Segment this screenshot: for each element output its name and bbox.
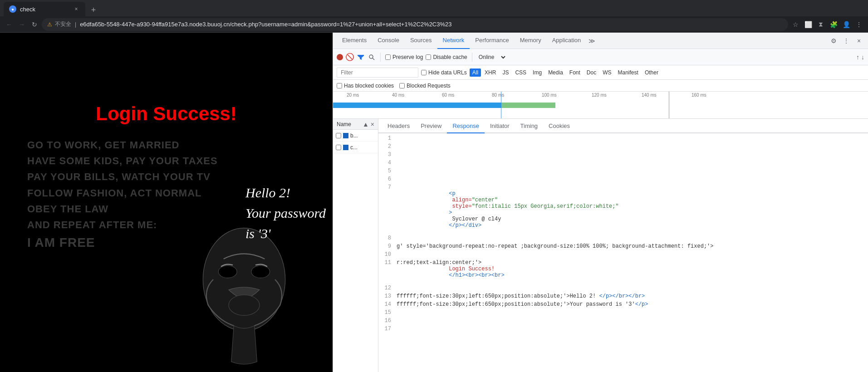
code-line-11: 11 r:red;text-align:center;'> Login Succ…	[378, 259, 868, 285]
code-line-7: 7 <p align="center" style="font:italic 1…	[378, 184, 868, 235]
filter-font[interactable]: Font	[567, 69, 583, 77]
has-blocked-cookies-input[interactable]	[337, 83, 342, 88]
text-7: Syclover @ cl4y	[449, 216, 501, 222]
tab-favicon: ●	[9, 5, 16, 13]
tick-100ms: 100 ms	[542, 93, 557, 98]
line-content-8	[395, 235, 868, 243]
search-button[interactable]	[368, 53, 376, 61]
line-num-3: 3	[378, 152, 395, 160]
filter-input[interactable]	[337, 68, 418, 78]
svg-point-3	[229, 295, 260, 315]
line-content-10	[395, 251, 868, 259]
network-toolbar: 🚫 Preserve log Disable cache	[333, 49, 868, 65]
throttling-select[interactable]: Online Fast 3G Slow 3G Offline	[477, 54, 507, 61]
tick-140ms: 140 ms	[642, 93, 657, 98]
active-tab[interactable]: ● check ×	[4, 2, 85, 16]
request-row-c[interactable]: c...	[333, 142, 378, 153]
back-button[interactable]: ←	[4, 19, 15, 30]
devtools-toolbar: ⚙ ⋮ ×	[828, 35, 864, 46]
devtools-settings-button[interactable]: ⚙	[828, 35, 839, 46]
response-content[interactable]: 1 2 3 4	[378, 133, 868, 372]
filter-doc[interactable]: Doc	[584, 69, 599, 77]
tab-elements[interactable]: Elements	[337, 33, 372, 49]
detail-tab-initiator[interactable]: Initiator	[485, 119, 515, 133]
line-num-16: 16	[378, 318, 395, 326]
detail-tab-preview[interactable]: Preview	[415, 119, 447, 133]
tick-40ms: 40 ms	[392, 93, 404, 98]
tick-80ms: 80 ms	[492, 93, 504, 98]
filter-css[interactable]: CSS	[512, 69, 529, 77]
close-tag-7: </p></div>	[449, 222, 481, 229]
background-text: GO TO WORK, GET MARRIED HAVE SOME KIDS, …	[27, 137, 218, 253]
name-column-sort-icon[interactable]: ▲	[363, 121, 369, 128]
filter-ws[interactable]: WS	[600, 69, 614, 77]
close-detail-button[interactable]: ×	[371, 121, 374, 128]
preserve-log-input[interactable]	[385, 54, 391, 60]
cast-icon[interactable]: ⬜	[803, 19, 814, 30]
record-button[interactable]	[337, 54, 343, 60]
filter-img[interactable]: Img	[530, 69, 544, 77]
filter-js[interactable]: JS	[500, 69, 511, 77]
download-icon[interactable]: ↓	[861, 54, 864, 61]
filter-media[interactable]: Media	[545, 69, 566, 77]
request-c-checkbox[interactable]	[336, 145, 341, 150]
disable-cache-checkbox[interactable]: Disable cache	[426, 54, 467, 60]
filter-button[interactable]	[357, 53, 365, 61]
tab-console[interactable]: Console	[372, 33, 405, 49]
new-tab-button[interactable]: +	[87, 4, 100, 16]
url-separator: |	[75, 21, 76, 28]
attr-val-align-7: "center"	[472, 197, 498, 203]
password-line: Your password	[245, 203, 326, 223]
detail-tab-timing[interactable]: Timing	[515, 119, 544, 133]
filter-bar: Hide data URLs All XHR JS CSS Img Media …	[333, 65, 868, 80]
omnibox[interactable]: ⚠ 不安全 | e6dfa65b-5548-447e-a930-94ffa915…	[42, 18, 788, 31]
code-line-15: 15	[378, 309, 868, 318]
preserve-log-checkbox[interactable]: Preserve log	[385, 54, 423, 60]
tab-sources[interactable]: Sources	[405, 33, 437, 49]
reload-button[interactable]: ↻	[29, 19, 40, 30]
has-blocked-cookies-checkbox[interactable]: Has blocked cookies	[337, 83, 394, 89]
tab-memory[interactable]: Memory	[515, 33, 547, 49]
disable-cache-input[interactable]	[426, 54, 431, 60]
tab-application[interactable]: Application	[547, 33, 587, 49]
extension-icon[interactable]: 🧩	[828, 19, 839, 30]
settings-icon[interactable]: ⋮	[853, 19, 864, 30]
tab-network[interactable]: Network	[437, 33, 470, 49]
filter-all[interactable]: All	[470, 69, 481, 77]
detail-tab-headers[interactable]: Headers	[382, 119, 415, 133]
timeline-area[interactable]: 20 ms 40 ms 60 ms 80 ms 100 ms 120 ms 14…	[333, 92, 868, 119]
detail-tab-response[interactable]: Response	[447, 119, 485, 133]
line-num-2: 2	[378, 143, 395, 152]
detail-tab-cookies[interactable]: Cookies	[543, 119, 575, 133]
more-tabs-button[interactable]: ≫	[586, 35, 597, 46]
tab-performance[interactable]: Performance	[470, 33, 514, 49]
line-content-9: g' style='background-repeat:no-repeat ;b…	[395, 243, 868, 251]
hide-data-urls-input[interactable]	[421, 70, 427, 75]
upload-icon[interactable]: ↑	[856, 54, 859, 61]
request-b-checkbox[interactable]	[336, 133, 341, 138]
blocked-requests-input[interactable]	[399, 83, 405, 88]
history-icon[interactable]: ⧗	[815, 19, 826, 30]
forward-button[interactable]: →	[16, 19, 27, 30]
line-num-9: 9	[378, 243, 395, 251]
line-content-15	[395, 309, 868, 318]
attr-align-7: align=	[449, 197, 471, 203]
url-display: e6dfa65b-5548-447e-a930-94ffa915e7a3.nod…	[80, 21, 783, 28]
timeline-blue-bar	[333, 103, 501, 108]
tab-close-button[interactable]: ×	[73, 5, 80, 13]
devtools-tab-bar: Elements Console Sources Network Perform…	[333, 33, 868, 49]
devtools-close-button[interactable]: ×	[853, 35, 864, 46]
clear-button[interactable]: 🚫	[346, 53, 354, 61]
line-num-10: 10	[378, 251, 395, 259]
account-icon[interactable]: 👤	[841, 19, 852, 30]
devtools-panel: Elements Console Sources Network Perform…	[333, 33, 868, 372]
blocked-requests-checkbox[interactable]: Blocked Requests	[399, 83, 451, 89]
hide-data-urls-checkbox[interactable]: Hide data URLs	[421, 69, 467, 76]
devtools-menu-button[interactable]: ⋮	[841, 35, 852, 46]
bookmark-icon[interactable]: ☆	[790, 19, 801, 30]
filter-manifest[interactable]: Manifest	[615, 69, 641, 77]
filter-xhr[interactable]: XHR	[482, 69, 499, 77]
request-row-b[interactable]: b...	[333, 130, 378, 142]
browser-frame: ● check × + ← → ↻ ⚠ 不安全 | e6dfa65b-5548-…	[0, 0, 868, 372]
filter-other[interactable]: Other	[642, 69, 661, 77]
